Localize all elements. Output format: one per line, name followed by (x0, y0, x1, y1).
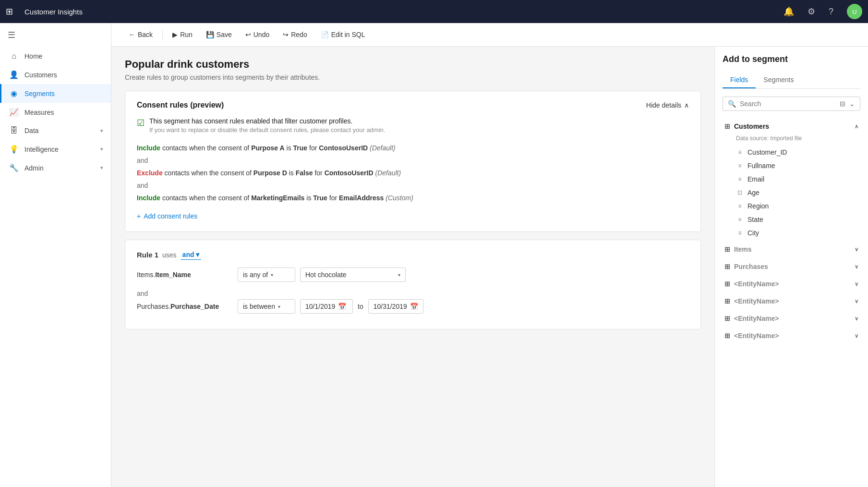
field-icon-city: ≡ (736, 230, 744, 236)
save-button[interactable]: 💾 Save (200, 28, 238, 41)
back-button[interactable]: ← Back (123, 28, 158, 41)
sidebar-item-measures[interactable]: 📈 Measures (0, 103, 111, 122)
entity-header-purchases[interactable]: ⊞ Purchases ∨ (723, 259, 860, 274)
main-panel: Popular drink customers Create rules to … (111, 47, 714, 487)
tab-fields[interactable]: Fields (723, 72, 756, 88)
contoso-user-id-1: ContosoUserID (319, 144, 368, 152)
field-city[interactable]: ≡ City (734, 226, 860, 240)
rule1-condition-dropdown-2[interactable]: is between ▾ (238, 299, 295, 314)
search-input[interactable] (740, 100, 836, 108)
rule1-condition-dropdown-1[interactable]: is any of ▾ (238, 268, 295, 282)
redo-button[interactable]: ↪ Redo (277, 28, 313, 41)
entity-header-entity2[interactable]: ⊞ <EntityName> ∨ (723, 293, 860, 309)
entity-label-customers: Customers (734, 122, 769, 130)
undo-button[interactable]: ↩ Undo (240, 28, 275, 41)
field-label-city: City (747, 229, 759, 237)
tab-segments-label: Segments (763, 76, 794, 84)
entity-header-entity4[interactable]: ⊞ <EntityName> ∨ (723, 328, 860, 343)
tab-fields-label: Fields (730, 76, 748, 84)
field-icon-age: ⊡ (736, 189, 744, 196)
rule1-operator-dropdown[interactable]: and ▾ (181, 250, 202, 260)
rule1-row-2: Purchases.Purchase_Date is between ▾ 10/… (137, 299, 689, 314)
true-2: True (313, 194, 327, 202)
calendar-from-icon: 📅 (338, 303, 346, 310)
consent-and-1: and (137, 155, 689, 166)
search-bar: 🔍 ⊟ ⌄ (723, 97, 860, 111)
sidebar-toggle[interactable]: ☰ (0, 23, 111, 47)
right-panel: Add to segment Fields Segments 🔍 ⊟ ⌄ ⊞ (714, 47, 868, 487)
field-label-state: State (747, 216, 763, 223)
sidebar-item-intelligence[interactable]: 💡 Intelligence ▾ (0, 140, 111, 158)
field-label-customer-id: Customer_ID (747, 148, 787, 156)
rule1-and-text: and (137, 288, 689, 299)
sidebar-item-customers[interactable]: 👤 Customers (0, 65, 111, 84)
edit-sql-button[interactable]: 📄 Edit in SQL (315, 28, 371, 41)
exclude-keyword-1: Exclude (137, 169, 163, 177)
right-tabs: Fields Segments (723, 72, 860, 89)
page-title: Popular drink customers (125, 58, 701, 71)
customers-icon: 👤 (9, 70, 19, 79)
content-area: Popular drink customers Create rules to … (111, 47, 868, 487)
entity-header-entity1[interactable]: ⊞ <EntityName> ∨ (723, 276, 860, 292)
entity-group-entity3: ⊞ <EntityName> ∨ (723, 311, 860, 326)
entity-label-entity1: <EntityName> (734, 280, 779, 288)
marketing-emails: MarketingEmails (251, 194, 304, 202)
grid-icon[interactable]: ⊞ (6, 6, 13, 17)
run-label: Run (180, 31, 193, 38)
date-to-label: to (358, 303, 363, 310)
help-icon[interactable]: ? (829, 7, 833, 17)
notification-icon[interactable]: 🔔 (784, 6, 794, 17)
field-label-age: Age (747, 189, 760, 196)
consent-rule-for-3: for (329, 194, 339, 202)
email-address: EmailAddress (339, 194, 384, 202)
entity1-expand-icon: ∨ (855, 281, 858, 287)
sidebar-item-home[interactable]: ⌂ Home (0, 47, 111, 65)
sidebar-label-intelligence: Intelligence (24, 146, 95, 153)
rule1-field-1: Items.Item_Name (137, 271, 233, 279)
field-customer-id[interactable]: ≡ Customer_ID (734, 146, 860, 159)
entity-fields-customers: ≡ Customer_ID ≡ Fullname ≡ Email ⊡ Age (723, 146, 860, 240)
entity-header-items[interactable]: ⊞ Items ∨ (723, 242, 860, 257)
rule1-value-dropdown-1[interactable]: Hot chocolate ▾ (300, 268, 406, 282)
entity-table-icon-entity2: ⊞ (724, 297, 730, 305)
page-subtitle: Create rules to group customers into seg… (125, 73, 701, 81)
field-email[interactable]: ≡ Email (734, 172, 860, 186)
chevron-up-icon: ∧ (684, 101, 689, 109)
add-consent-button[interactable]: + Add consent rules (137, 210, 197, 222)
avatar[interactable]: U (847, 4, 862, 19)
rule1-date-from[interactable]: 10/1/2019 📅 (300, 299, 353, 314)
field-region[interactable]: ≡ Region (734, 199, 860, 213)
sidebar-item-admin[interactable]: 🔧 Admin ▾ (0, 158, 111, 177)
consent-rules-card: Consent rules (preview) Hide details ∧ ☑… (125, 91, 701, 232)
rule1-date-to[interactable]: 10/31/2019 📅 (368, 299, 423, 314)
rule1-field-name-2: Purchase_Date (170, 303, 219, 310)
tab-segments[interactable]: Segments (756, 72, 801, 88)
settings-icon[interactable]: ⚙ (808, 6, 815, 17)
field-label-fullname: Fullname (747, 162, 775, 170)
sidebar-item-segments[interactable]: ◉ Segments (0, 84, 111, 103)
back-label: Back (138, 31, 153, 38)
home-icon: ⌂ (9, 52, 19, 61)
hide-details-button[interactable]: Hide details ∧ (646, 101, 689, 109)
sidebar-item-data[interactable]: 🗄 Data ▾ (0, 122, 111, 140)
hide-details-label: Hide details (646, 101, 681, 109)
segments-icon: ◉ (9, 89, 19, 98)
field-state[interactable]: ≡ State (734, 213, 860, 226)
entity-label-entity3: <EntityName> (734, 315, 779, 322)
entity-label-items: Items (734, 245, 752, 253)
consent-rule-text-2: contacts when the consent of (165, 169, 253, 177)
entity-header-customers[interactable]: ⊞ Customers ∧ (723, 119, 860, 134)
sort-icon[interactable]: ⌄ (849, 100, 855, 108)
consent-notice-text: This segment has consent rules enabled t… (149, 117, 385, 134)
entity-label-purchases: Purchases (734, 263, 768, 270)
run-button[interactable]: ▶ Run (167, 28, 198, 41)
sidebar-label-customers: Customers (24, 71, 103, 79)
field-fullname[interactable]: ≡ Fullname (734, 159, 860, 172)
field-age[interactable]: ⊡ Age (734, 186, 860, 199)
sidebar-label-admin: Admin (24, 164, 95, 172)
rule1-card: Rule 1 uses and ▾ Items.Item_Name is any… (125, 240, 701, 329)
consent-rule-for-1: for (309, 144, 319, 152)
filter-icon[interactable]: ⊟ (840, 100, 845, 108)
entity-header-entity3[interactable]: ⊞ <EntityName> ∨ (723, 311, 860, 326)
rule1-condition-label-2: is between (243, 303, 275, 310)
